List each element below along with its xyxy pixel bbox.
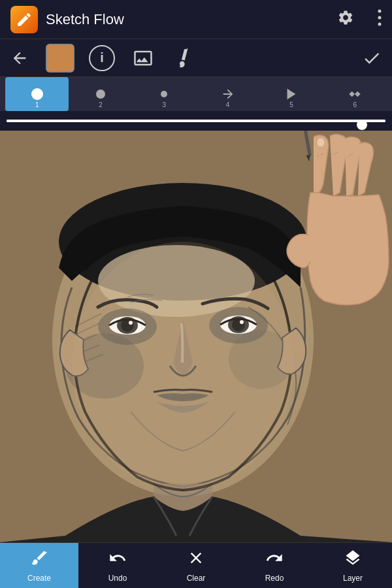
layer-icon <box>344 549 362 571</box>
app-title: Sketch Flow <box>46 11 337 28</box>
info-button[interactable]: i <box>85 41 119 75</box>
settings-icon[interactable] <box>337 9 354 30</box>
app-icon <box>10 6 38 33</box>
info-icon: i <box>89 45 115 71</box>
create-label: Create <box>27 574 51 583</box>
bottom-bar: Create Undo Clear Redo <box>0 542 392 588</box>
toolbar: i <box>0 39 392 77</box>
svg-point-1 <box>378 16 382 19</box>
layer-button[interactable]: Layer <box>314 543 392 588</box>
size-slider[interactable] <box>7 120 385 122</box>
undo-icon <box>108 549 127 571</box>
brush-item-6[interactable]: 6 <box>323 77 387 111</box>
canvas-area[interactable] <box>0 131 392 542</box>
more-icon[interactable] <box>378 9 382 30</box>
create-icon <box>30 549 48 571</box>
brush-num-6: 6 <box>353 101 357 108</box>
clear-label: Clear <box>187 574 206 583</box>
svg-point-2 <box>378 22 382 25</box>
brush-num-3: 3 <box>163 101 167 108</box>
check-button[interactable] <box>358 44 385 72</box>
sketch-canvas <box>0 131 392 542</box>
size-slider-row <box>0 111 392 131</box>
image-button[interactable] <box>129 44 157 72</box>
create-button[interactable]: Create <box>0 543 78 588</box>
brush-item-4[interactable]: 4 <box>196 77 259 111</box>
brush-item-2[interactable]: 2 <box>69 77 132 111</box>
brush-button[interactable] <box>170 44 197 72</box>
brush-item-1[interactable]: 1 <box>5 77 69 111</box>
brush-item-5[interactable]: 5 <box>259 77 323 111</box>
undo-button[interactable]: Undo <box>78 543 157 588</box>
app-bar: Sketch Flow <box>0 0 392 39</box>
undo-label: Undo <box>108 574 127 583</box>
clear-icon <box>187 549 205 571</box>
brush-item-3[interactable]: 3 <box>133 77 196 111</box>
redo-icon <box>265 549 284 571</box>
layer-label: Layer <box>343 574 363 583</box>
brush-num-5: 5 <box>289 101 293 108</box>
clear-button[interactable]: Clear <box>157 543 235 588</box>
redo-label: Redo <box>265 574 284 583</box>
color-swatch[interactable] <box>46 44 74 73</box>
brush-selector: 1 2 3 4 5 6 <box>0 77 392 111</box>
brush-num-2: 2 <box>99 101 103 108</box>
brush-num-1: 1 <box>35 101 39 108</box>
svg-point-0 <box>378 9 382 12</box>
brush-num-4: 4 <box>226 101 230 108</box>
back-button[interactable] <box>7 45 33 71</box>
redo-button[interactable]: Redo <box>235 543 314 588</box>
svg-point-25 <box>72 242 294 490</box>
